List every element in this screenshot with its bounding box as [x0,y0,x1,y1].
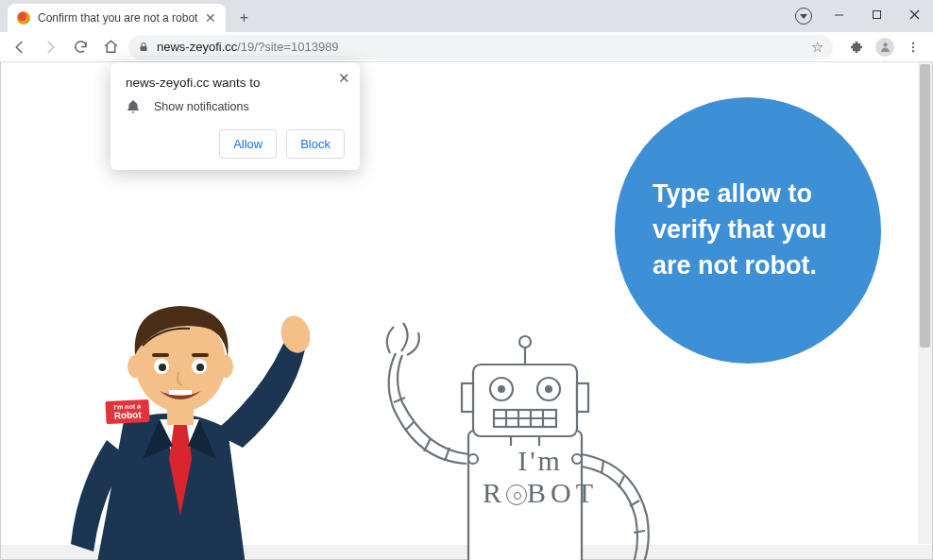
svg-point-12 [127,355,143,378]
svg-rect-27 [462,383,473,412]
url-text: news-zeyofi.cc/19/?site=1013989 [157,40,339,54]
instruction-text: Type allow to verify that you are not ro… [653,177,843,283]
back-button[interactable] [8,35,32,59]
svg-point-32 [545,385,552,393]
svg-line-40 [424,438,431,451]
window-minimize-button[interactable] [820,0,857,28]
svg-rect-21 [468,431,582,560]
svg-point-26 [519,336,531,348]
svg-point-6 [912,42,914,43]
svg-line-43 [602,461,603,474]
window-maximize-button[interactable] [857,0,895,28]
svg-line-44 [619,476,624,487]
svg-point-8 [912,49,914,51]
new-tab-button[interactable]: + [231,6,256,30]
tab-title: Confirm that you are not a robot [38,11,197,25]
window-controls [820,0,933,28]
tab-close-icon[interactable]: ✕ [205,10,216,25]
profile-mode-icon[interactable] [795,8,812,25]
toolbar-right [844,35,925,59]
forward-button[interactable] [38,35,62,59]
svg-point-47 [468,454,478,464]
svg-point-13 [218,355,233,378]
window-close-button[interactable] [895,0,933,28]
address-bar[interactable]: news-zeyofi.cc/19/?site=1013989 ☆ [128,35,833,59]
robot-illustration [360,280,681,560]
reload-button[interactable] [68,35,93,59]
url-host: news-zeyofi.cc [157,40,237,54]
profile-button[interactable] [873,35,897,59]
svg-point-5 [883,42,887,46]
svg-line-46 [634,531,645,533]
page-content: Type allow to verify that you are not ro… [0,62,933,560]
extensions-button[interactable] [844,35,869,59]
businessman-illustration [48,261,313,560]
svg-point-48 [572,454,582,464]
url-path: /19/?site=1013989 [237,40,338,54]
svg-point-31 [498,385,505,393]
vertical-scrollbar[interactable] [918,62,932,544]
svg-point-17 [196,364,204,371]
svg-line-41 [405,421,415,431]
browser-tab[interactable]: Confirm that you are not a robot ✕ [8,4,226,32]
lock-icon [138,41,149,53]
svg-rect-4 [141,46,147,51]
svg-line-42 [394,398,405,402]
bell-icon [126,99,141,114]
browser-toolbar: news-zeyofi.cc/19/?site=1013989 ☆ [0,32,933,62]
svg-rect-20 [169,390,192,395]
scrollbar-corner [918,545,932,559]
svg-point-16 [159,364,166,371]
block-button[interactable]: Block [286,129,345,159]
dialog-close-button[interactable]: ✕ [338,70,350,87]
vertical-scroll-thumb[interactable] [920,64,930,348]
dialog-title: news-zeyofi.cc wants to [126,76,345,90]
bookmark-star-icon[interactable]: ☆ [811,39,823,56]
home-button[interactable] [98,35,123,59]
notification-permission-dialog: ✕ news-zeyofi.cc wants to Show notificat… [110,62,360,170]
name-badge: I'm not a Robot [105,399,149,424]
browser-titlebar: Confirm that you are not a robot ✕ + [0,0,933,32]
allow-button[interactable]: Allow [219,129,277,159]
svg-rect-19 [192,353,209,357]
svg-point-7 [912,45,914,47]
tab-favicon [17,11,30,25]
svg-rect-28 [577,383,588,412]
dialog-body: Show notifications [154,100,249,113]
svg-rect-1 [873,10,880,18]
avatar-icon [875,38,894,57]
menu-button[interactable] [901,35,925,59]
badge-line2: Robot [113,410,141,421]
svg-rect-18 [152,353,169,357]
